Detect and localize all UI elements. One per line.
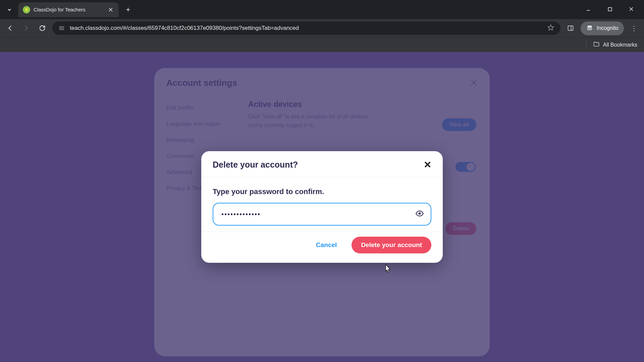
back-button[interactable]: [4, 22, 16, 34]
side-panel-button[interactable]: [565, 22, 577, 34]
modal-title: Delete your account?: [213, 160, 298, 170]
incognito-badge[interactable]: Incognito: [581, 21, 624, 35]
modal-backdrop[interactable]: Delete your account? ✕ Type your passwor…: [0, 52, 644, 362]
svg-point-1: [59, 26, 60, 27]
tab-search-button[interactable]: [3, 4, 15, 16]
delete-account-button[interactable]: Delete your account: [352, 237, 431, 253]
all-bookmarks-label: All Bookmarks: [603, 42, 637, 48]
tab-title: ClassDojo for Teachers: [34, 7, 104, 12]
tab-strip: ClassDojo for Teachers +: [0, 0, 644, 19]
svg-point-2: [59, 28, 60, 28]
confirm-password-label: Type your password to confirm.: [213, 187, 431, 196]
bookmarks-bar: All Bookmarks: [0, 37, 644, 52]
all-bookmarks-button[interactable]: All Bookmarks: [586, 41, 637, 49]
svg-point-5: [588, 28, 590, 30]
cancel-button[interactable]: Cancel: [311, 237, 342, 253]
svg-point-7: [419, 213, 421, 215]
browser-menu-button[interactable]: ⋮: [628, 22, 640, 34]
delete-account-modal: Delete your account? ✕ Type your passwor…: [201, 151, 443, 263]
tab-favicon: [23, 6, 30, 13]
folder-icon: [593, 41, 600, 49]
maximize-button[interactable]: [603, 7, 616, 13]
minimize-button[interactable]: [582, 7, 595, 13]
page-content: Account settings ✕ Edit profile Language…: [0, 52, 644, 362]
svg-point-6: [590, 28, 592, 30]
svg-point-3: [59, 29, 60, 30]
browser-toolbar: teach.classdojo.com/#/classes/65974c810c…: [0, 19, 644, 37]
tab-close-icon[interactable]: [107, 6, 114, 13]
bookmark-star-icon[interactable]: [547, 24, 554, 33]
svg-rect-0: [608, 7, 611, 11]
window-close-button[interactable]: [625, 7, 638, 13]
reload-button[interactable]: [36, 22, 48, 34]
browser-tab[interactable]: ClassDojo for Teachers: [18, 2, 119, 17]
url-text: teach.classdojo.com/#/classes/65974c810c…: [70, 25, 542, 32]
modal-close-icon[interactable]: ✕: [424, 160, 431, 170]
incognito-label: Incognito: [597, 25, 619, 31]
address-bar[interactable]: teach.classdojo.com/#/classes/65974c810c…: [52, 21, 560, 35]
password-input[interactable]: [213, 203, 431, 226]
new-tab-button[interactable]: +: [122, 4, 134, 16]
svg-rect-4: [568, 26, 573, 30]
incognito-icon: [586, 24, 593, 33]
show-password-icon[interactable]: [415, 209, 424, 219]
site-info-icon[interactable]: [58, 25, 65, 32]
forward-button[interactable]: [20, 22, 32, 34]
window-controls: [582, 7, 641, 13]
